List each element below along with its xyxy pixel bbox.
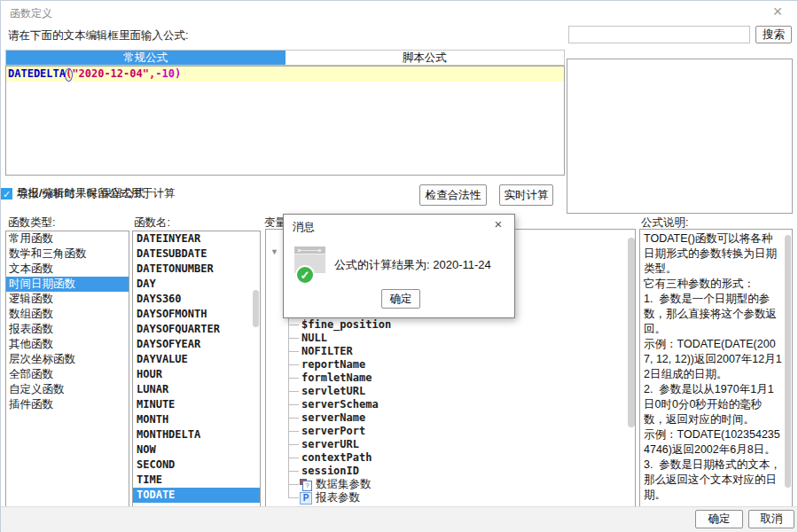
function-name-item[interactable]: MONTH xyxy=(133,412,260,427)
variables-scrollbar[interactable] xyxy=(628,238,635,427)
checkbox[interactable]: ✓ xyxy=(1,188,12,200)
function-type-item[interactable]: 时间日期函数 xyxy=(6,277,129,292)
message-ok-button[interactable]: 确定 xyxy=(381,289,420,309)
function-name-item[interactable]: DAY xyxy=(133,277,260,292)
variable-item[interactable]: reportName xyxy=(266,358,635,372)
variable-item[interactable]: serverSchema xyxy=(266,398,635,411)
function-type-item[interactable]: 数组函数 xyxy=(6,307,129,322)
formula-line[interactable]: DATEDELTA("2020-12-04",-10) xyxy=(6,66,564,82)
tree-connector xyxy=(288,497,299,498)
function-name-list: DATEINYEARDATESUBDATEDATETONUMBERDAYDAYS… xyxy=(132,231,261,508)
variable-item[interactable]: serverPort xyxy=(266,425,635,438)
tree-connector xyxy=(288,484,299,485)
variable-item[interactable]: sessionID xyxy=(266,465,635,478)
function-name-item[interactable]: MONTHDELTA xyxy=(133,427,260,442)
message-close-icon[interactable]: × xyxy=(491,217,505,231)
realtime-calc-button[interactable]: 实时计算 xyxy=(499,184,553,206)
variable-item[interactable]: serverName xyxy=(266,411,635,425)
function-name-item[interactable]: LUNAR xyxy=(133,382,260,397)
function-type-item[interactable]: 其他函数 xyxy=(6,337,129,352)
function-name-item[interactable]: DAYSOFMONTH xyxy=(133,307,260,322)
tree-collapse-icon[interactable]: ▼ xyxy=(270,247,278,256)
tree-connector xyxy=(288,444,299,445)
variable-item[interactable]: formletName xyxy=(266,372,635,385)
check-icon: ✓ xyxy=(3,189,11,200)
variable-item[interactable]: $fine_position xyxy=(266,318,635,332)
search-input[interactable] xyxy=(568,26,750,43)
function-type-item[interactable]: 文本函数 xyxy=(6,262,129,277)
prompt-label: 请在下面的文本编辑框里面输入公式: xyxy=(8,28,188,43)
function-type-item[interactable]: 报表函数 xyxy=(6,322,129,337)
function-name-item[interactable]: DATEINYEAR xyxy=(133,231,260,246)
option-checkbox-row[interactable]: ✓ 填报/分析时，保留公式用于计算 xyxy=(1,186,175,201)
parameter-group-item[interactable]: 数据集参数 xyxy=(266,478,635,491)
variable-item[interactable]: NOFILTER xyxy=(266,345,635,358)
formula-editor[interactable]: DATEDELTA("2020-12-04",-10) xyxy=(5,66,565,176)
function-name-item[interactable]: DAYS360 xyxy=(133,292,260,307)
function-type-item[interactable]: 全部函数 xyxy=(6,367,129,382)
formula-token: DATEDELTA xyxy=(8,67,66,80)
close-icon[interactable]: × xyxy=(769,3,786,20)
function-type-header: 函数类型: xyxy=(8,215,55,231)
function-name-item[interactable]: DAYSOFYEAR xyxy=(133,337,260,352)
search-results-box[interactable] xyxy=(567,59,793,214)
function-name-item[interactable]: DATESUBDATE xyxy=(133,246,260,262)
tab-formula-mode[interactable]: 常规公式 xyxy=(6,51,286,65)
description-scrollbar[interactable] xyxy=(785,235,791,488)
variable-item[interactable]: contextPath xyxy=(266,451,635,465)
message-dialog: 消息 × ✓ 公式的计算结果为: 2020-11-24 确定 xyxy=(283,214,515,318)
function-name-item[interactable]: NOW xyxy=(133,442,260,458)
function-name-item[interactable]: DAYSOFQUARTER xyxy=(133,322,260,337)
function-type-item[interactable]: 插件函数 xyxy=(6,397,129,412)
function-definition-dialog: 函数定义 × 请在下面的文本编辑框里面输入公式: 搜索 常规公式 脚本公式 DA… xyxy=(0,0,798,532)
footer-bar: 确定 取消 xyxy=(1,506,797,532)
tree-connector xyxy=(288,378,299,379)
variable-item[interactable]: servletURL xyxy=(266,385,635,398)
function-name-item[interactable]: MINUTE xyxy=(133,397,260,412)
function-type-list: 常用函数数学和三角函数文本函数时间日期函数逻辑函数数组函数报表函数其他函数层次坐… xyxy=(5,231,129,508)
variable-item[interactable]: serverURL xyxy=(266,438,635,451)
function-name-item[interactable]: DAYVALUE xyxy=(133,352,260,367)
success-check-icon: ✓ xyxy=(295,265,315,285)
function-type-item[interactable]: 逻辑函数 xyxy=(6,292,129,307)
function-type-item[interactable]: 常用函数 xyxy=(6,231,129,246)
cancel-button[interactable]: 取消 xyxy=(748,510,794,528)
function-name-item[interactable]: DATETONUMBER xyxy=(133,262,260,277)
tree-connector xyxy=(288,471,299,472)
formula-token: -10 xyxy=(155,67,175,80)
check-validity-button[interactable]: 检查合法性 xyxy=(419,184,487,206)
tree-connector xyxy=(288,431,299,432)
function-type-item[interactable]: 层次坐标函数 xyxy=(6,352,129,367)
parameter-group-item[interactable]: P 报表参数 xyxy=(266,491,635,505)
function-type-item[interactable]: 数学和三角函数 xyxy=(6,246,129,262)
calc-result-text: 公式的计算结果为: 2020-11-24 xyxy=(334,257,491,273)
message-dialog-title: 消息 xyxy=(293,220,315,235)
function-name-scrollbar[interactable] xyxy=(253,290,259,327)
option-label: 填报/分析时，保留公式用于计算 xyxy=(17,186,175,201)
tree-connector xyxy=(288,338,299,339)
variable-item[interactable]: NULL xyxy=(266,332,635,345)
title-bar: 函数定义 × xyxy=(1,1,797,24)
tree-connector xyxy=(288,364,299,365)
formula-token: "2020-12-04" xyxy=(72,67,149,80)
parameter-group-icon: P xyxy=(300,492,312,505)
tab-formula-mode[interactable]: 脚本公式 xyxy=(286,51,565,65)
tree-connector xyxy=(288,391,299,392)
formula-token: ( xyxy=(66,67,72,80)
success-result-icon: ✓ xyxy=(294,246,330,284)
formula-tabs: 常规公式 脚本公式 xyxy=(5,50,565,66)
tree-connector xyxy=(288,418,299,419)
formula-description-box: TODATE()函数可以将各种日期形式的参数转换为日期类型。 它有三种参数的形式… xyxy=(639,229,793,508)
dialog-title: 函数定义 xyxy=(10,6,52,21)
function-name-item[interactable]: HOUR xyxy=(133,367,260,382)
function-name-item[interactable]: TODATE xyxy=(133,488,260,503)
tree-connector xyxy=(288,458,299,458)
function-name-item[interactable]: SECOND xyxy=(133,458,260,473)
tree-connector xyxy=(288,404,299,405)
function-type-item[interactable]: 自定义函数 xyxy=(6,382,129,397)
search-button[interactable]: 搜索 xyxy=(755,26,792,43)
function-name-header: 函数名: xyxy=(134,215,170,231)
formula-token: ) xyxy=(175,67,181,80)
ok-button[interactable]: 确定 xyxy=(695,510,743,528)
function-name-item[interactable]: TIME xyxy=(133,473,260,488)
